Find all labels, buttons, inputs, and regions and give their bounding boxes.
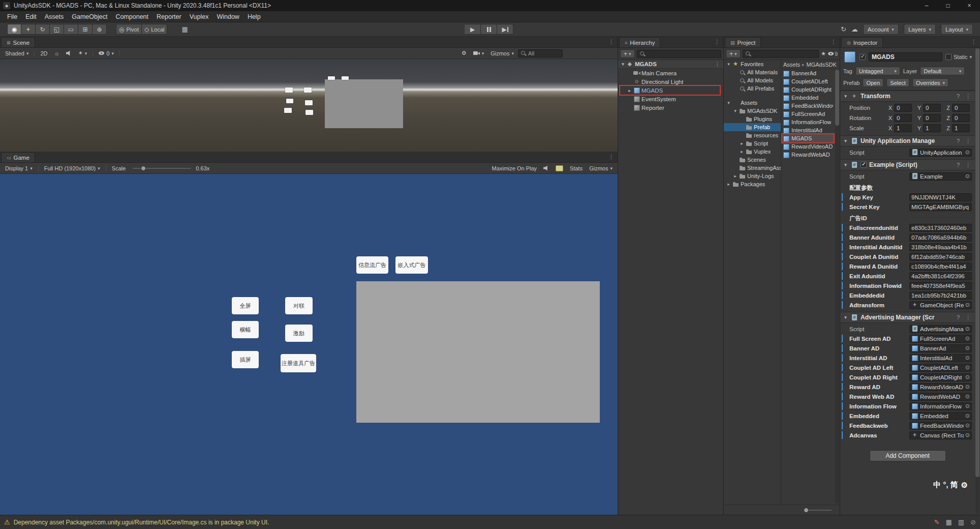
z-field[interactable]: 0 xyxy=(952,104,970,112)
property-field[interactable]: BannerAd xyxy=(909,344,972,352)
z-field[interactable]: 0 xyxy=(952,114,970,122)
gameobject-name-field[interactable]: MGADS xyxy=(869,52,942,62)
game-button-information-flow[interactable]: 信息流广告 xyxy=(356,256,388,274)
hierarchy-create-button[interactable]: ▾ xyxy=(620,49,635,58)
property-field[interactable]: 6f12abdd59e746cab xyxy=(909,253,972,261)
x-field[interactable]: 0 xyxy=(894,114,912,122)
tab-scene[interactable]: Scene xyxy=(1,37,35,47)
play-button[interactable]: ▶ xyxy=(465,24,481,35)
maximize-on-play-toggle[interactable]: Maximize On Play xyxy=(489,164,539,172)
object-picker-icon[interactable] xyxy=(965,335,970,342)
collab-brush-icon[interactable] xyxy=(934,518,940,526)
tab-inspector[interactable]: Inspector xyxy=(841,37,883,47)
2d-toggle[interactable]: 2D xyxy=(38,49,50,57)
zoom-slider-thumb[interactable] xyxy=(804,508,809,513)
game-button-register-prop-ad[interactable]: 注册道具广告 xyxy=(281,354,316,372)
inspector-scrollbar[interactable] xyxy=(975,48,979,514)
property-field[interactable]: 1ea1cb95b7b2421bb xyxy=(909,291,972,300)
minimize-button[interactable] xyxy=(916,0,937,11)
layer-dropdown[interactable]: Default▾ xyxy=(920,67,965,75)
asset-row[interactable]: RewardVideoAD xyxy=(781,142,835,151)
x-field[interactable]: 0 xyxy=(894,104,912,112)
property-field[interactable]: Example xyxy=(909,172,972,181)
y-field[interactable]: 0 xyxy=(923,114,941,122)
help-icon[interactable] xyxy=(955,138,961,144)
mute-audio-icon[interactable] xyxy=(541,165,552,172)
object-picker-icon[interactable] xyxy=(965,345,970,351)
scene-search-input[interactable]: All xyxy=(518,49,563,57)
hierarchy-row[interactable]: ▾ MGADS xyxy=(618,60,723,69)
project-zoom-slider[interactable] xyxy=(804,510,832,511)
game-viewport[interactable]: 信息流广告 嵌入式广告 全屏 对联 横幅 激励 插屏 注册道具广告 xyxy=(0,174,618,515)
help-icon[interactable] xyxy=(955,93,961,99)
foldout-arrow[interactable]: ▾ xyxy=(843,315,848,320)
breadcrumb-assets[interactable]: Assets xyxy=(783,62,800,68)
foldout-arrow[interactable]: ▾ xyxy=(726,62,731,67)
hierarchy-row[interactable]: ▸ MGADS xyxy=(618,86,723,95)
component-menu-icon[interactable] xyxy=(964,138,972,144)
game-button-banner[interactable]: 横幅 xyxy=(232,321,259,338)
bright-toggle-icon[interactable] xyxy=(553,164,566,172)
menu-item[interactable]: GameObject xyxy=(68,11,111,22)
breadcrumb-folder[interactable]: MGAdsSDK xyxy=(807,62,837,68)
object-picker-icon[interactable] xyxy=(965,413,970,419)
project-tree-row[interactable]: StreamingAssets xyxy=(724,164,781,172)
inspector-panel-menu-icon[interactable] xyxy=(967,39,980,45)
menu-item[interactable]: Assets xyxy=(41,11,68,22)
asset-row[interactable]: InterstitialAd xyxy=(781,126,835,134)
game-pane-menu-icon[interactable] xyxy=(605,154,618,160)
active-checkbox[interactable] xyxy=(860,54,866,60)
project-tree-row[interactable]: ▸ Unity-Logs xyxy=(724,172,781,180)
component-enabled-checkbox[interactable] xyxy=(861,162,867,168)
project-tree-row[interactable]: ▸ Vuplex xyxy=(724,148,781,156)
camera-settings-icon[interactable]: ▾ xyxy=(471,50,487,57)
property-field[interactable]: InformationFlow xyxy=(909,402,972,410)
component-menu-icon[interactable] xyxy=(964,162,972,168)
foldout-arrow[interactable]: ▸ xyxy=(627,88,632,93)
scale-slider[interactable] xyxy=(133,168,191,169)
property-field[interactable]: 9NJJDNW1TJ4K xyxy=(909,193,972,201)
foldout-arrow[interactable]: ▾ xyxy=(732,108,738,113)
collab-icon[interactable] xyxy=(841,25,846,33)
menu-item[interactable]: Help xyxy=(243,11,265,22)
scene-viewport[interactable] xyxy=(0,59,618,152)
property-field[interactable]: Canvas (Rect Tra xyxy=(909,431,972,439)
tab-game[interactable]: Game xyxy=(1,152,35,162)
add-component-button[interactable]: Add Component xyxy=(870,450,946,461)
static-control[interactable]: Static ▾ xyxy=(945,54,972,60)
menu-item[interactable]: Component xyxy=(111,11,152,22)
component-menu-icon[interactable] xyxy=(964,314,972,321)
property-field[interactable]: 07adc7086a5944b6b xyxy=(909,233,972,242)
property-field[interactable]: 4a2bffb381c64f2396 xyxy=(909,272,972,280)
prefab-open-button[interactable]: Open xyxy=(863,78,883,87)
property-field[interactable]: FeedBackWindow xyxy=(909,422,972,430)
game-gizmos-dropdown[interactable]: Gizmos▾ xyxy=(587,164,615,172)
asset-row[interactable]: InformationFlow xyxy=(781,118,835,126)
object-picker-icon[interactable] xyxy=(965,173,970,180)
object-picker-icon[interactable] xyxy=(965,355,970,361)
hand-tool-icon[interactable] xyxy=(7,24,21,35)
foldout-arrow[interactable]: ▸ xyxy=(732,173,738,179)
effects-dropdown-icon[interactable]: ▾ xyxy=(76,49,90,57)
cloud-icon[interactable] xyxy=(851,25,858,33)
audio-toggle-icon[interactable] xyxy=(64,50,74,57)
property-field[interactable]: CoupletADLeft xyxy=(909,364,972,372)
foldout-arrow[interactable]: ▾ xyxy=(726,100,731,105)
object-picker-icon[interactable] xyxy=(965,364,970,371)
hierarchy-row[interactable]: EventSystem xyxy=(618,95,723,103)
asset-row[interactable]: CoupletADLeft xyxy=(781,77,835,85)
asset-row[interactable]: Embedded xyxy=(781,94,835,102)
z-field[interactable]: 1 xyxy=(952,124,970,132)
scale-slider-thumb[interactable] xyxy=(141,166,146,171)
property-field[interactable]: RewardWebAD xyxy=(909,393,972,401)
menu-item[interactable]: Reporter xyxy=(152,11,186,22)
hierarchy-row[interactable]: Reporter xyxy=(618,103,723,112)
tab-hierarchy[interactable]: Hierarchy xyxy=(619,37,660,47)
project-tree-row[interactable]: resources xyxy=(724,131,781,139)
property-field[interactable]: AdvertisingMana xyxy=(909,325,972,333)
save-search-icon[interactable] xyxy=(821,50,826,57)
asset-row[interactable]: BannerAd xyxy=(781,69,835,77)
grid-snapping-icon[interactable] xyxy=(181,25,188,33)
project-tree-row[interactable]: Scenes xyxy=(724,156,781,164)
scene-tools-icon[interactable] xyxy=(459,49,469,57)
